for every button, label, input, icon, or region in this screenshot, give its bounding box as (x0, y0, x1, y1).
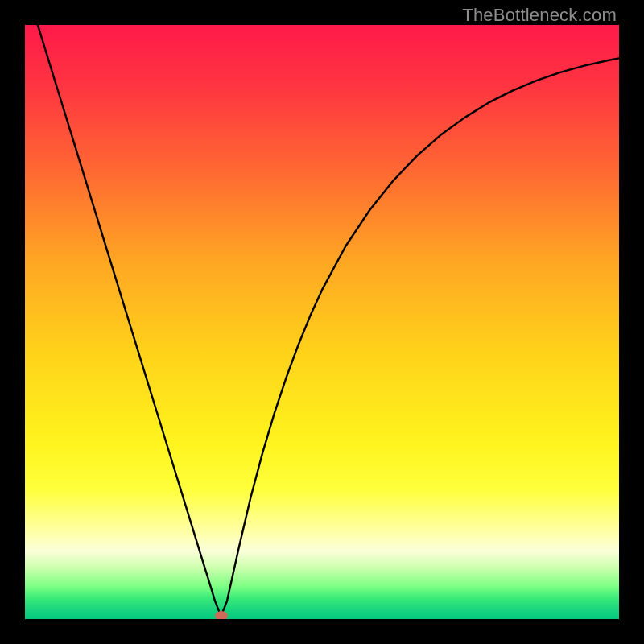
chart-frame: TheBottleneck.com (0, 0, 644, 644)
watermark-text: TheBottleneck.com (462, 5, 617, 26)
plot-area (25, 25, 619, 619)
bottleneck-curve (25, 25, 619, 619)
optimal-point-marker (215, 611, 228, 619)
